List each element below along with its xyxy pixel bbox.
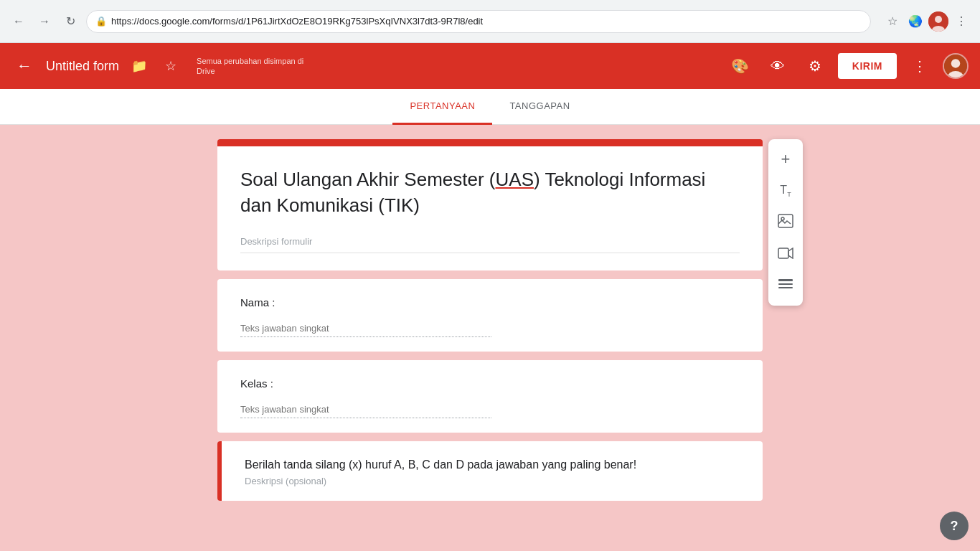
add-icon: + [781, 150, 791, 169]
tab-tanggapan[interactable]: TANGGAPAN [492, 89, 587, 125]
help-icon: ? [951, 519, 958, 534]
user-avatar[interactable] [943, 53, 969, 79]
short-answer-input-nama[interactable] [240, 320, 491, 337]
add-question-button[interactable]: + [771, 145, 800, 174]
svg-rect-9 [778, 279, 793, 281]
header-back-button[interactable]: ← [11, 53, 37, 79]
app-header: ← Untitled form 📁 ☆ Semua perubahan disi… [0, 43, 980, 89]
form-content: Soal Ulangan Akhir Semester (UAS) Teknol… [217, 125, 763, 551]
browser-chrome: ← → ↻ 🔒 https://docs.google.com/forms/d/… [0, 0, 980, 43]
svg-rect-11 [778, 287, 793, 288]
save-status: Semua perubahan disimpan di Drive [197, 56, 303, 77]
add-section-button[interactable] [771, 271, 800, 300]
extensions-button[interactable]: 🌏 [905, 11, 925, 32]
form-header-card: Soal Ulangan Akhir Semester (UAS) Teknol… [217, 139, 763, 270]
svg-rect-10 [778, 283, 793, 285]
lock-icon: 🔒 [95, 16, 107, 27]
svg-point-1 [935, 16, 942, 23]
address-bar[interactable]: 🔒 https://docs.google.com/forms/d/1P61Ji… [86, 10, 871, 33]
svg-point-4 [951, 59, 960, 67]
form-description[interactable]: Deskripsi formulir [240, 230, 740, 253]
settings-button[interactable]: ⚙ [801, 52, 829, 80]
question-card-nama: Nama : [217, 279, 763, 352]
image-icon [778, 214, 793, 232]
browser-actions: ☆ 🌏 ⋮ [882, 11, 971, 32]
folder-button[interactable]: 📁 [128, 55, 151, 77]
reload-button[interactable]: ↻ [60, 11, 80, 32]
add-video-button[interactable] [771, 240, 800, 268]
video-icon [778, 246, 793, 263]
back-button[interactable]: ← [9, 11, 29, 32]
text-icon: TT [780, 184, 791, 198]
question-card-kelas: Kelas : [217, 360, 763, 433]
main-layout: Soal Ulangan Akhir Semester (UAS) Teknol… [0, 125, 980, 551]
floating-toolbar: + TT [768, 139, 803, 306]
add-image-button[interactable] [771, 208, 800, 237]
help-button[interactable]: ? [940, 512, 969, 540]
section-card: Berilah tanda silang (x) huruf A, B, C d… [217, 441, 763, 501]
svg-rect-8 [778, 248, 788, 258]
question-label-nama: Nama : [240, 296, 740, 309]
palette-button[interactable]: 🎨 [726, 52, 755, 80]
url-text: https://docs.google.com/forms/d/1P61Jirt… [111, 16, 862, 27]
add-title-button[interactable]: TT [771, 176, 800, 205]
send-button[interactable]: KIRIM [838, 53, 897, 79]
forward-button[interactable]: → [34, 11, 55, 32]
form-title: Untitled form [46, 59, 119, 74]
question-label-kelas: Kelas : [240, 377, 740, 390]
star-button[interactable]: ☆ [159, 55, 182, 77]
preview-button[interactable]: 👁 [763, 52, 792, 80]
section-icon [778, 278, 793, 294]
menu-button[interactable]: ⋮ [951, 11, 971, 32]
section-title: Berilah tanda silang (x) huruf A, B, C d… [245, 458, 740, 471]
more-options-button[interactable]: ⋮ [905, 52, 934, 80]
form-main-title: Soal Ulangan Akhir Semester (UAS) Teknol… [240, 166, 740, 219]
tabs-container: PERTANYAAN TANGGAPAN [0, 89, 980, 125]
bookmark-button[interactable]: ☆ [882, 11, 903, 32]
short-answer-input-kelas[interactable] [240, 401, 491, 418]
profile-avatar[interactable] [928, 11, 948, 32]
tab-pertanyaan[interactable]: PERTANYAAN [392, 89, 492, 125]
section-description[interactable]: Deskripsi (opsional) [245, 476, 740, 486]
